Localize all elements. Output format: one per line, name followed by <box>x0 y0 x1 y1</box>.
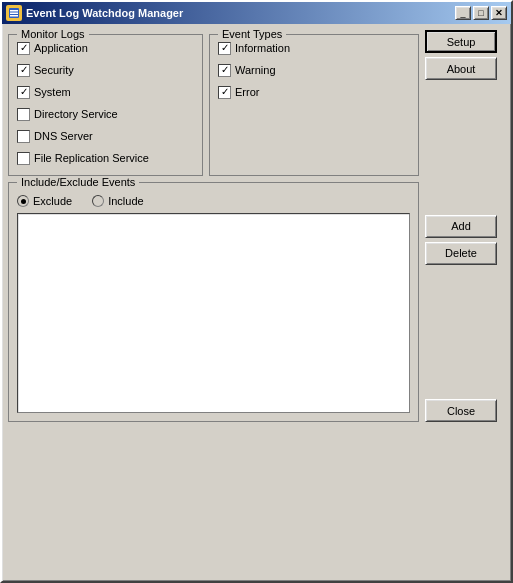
close-button[interactable]: ✕ <box>491 6 507 20</box>
application-label: Application <box>34 42 88 54</box>
monitor-logs-label: Monitor Logs <box>17 28 89 40</box>
checkbox-warning-input[interactable] <box>218 64 231 77</box>
checkbox-system-input[interactable] <box>17 86 30 99</box>
include-exclude-label: Include/Exclude Events <box>17 176 139 188</box>
checkbox-security-input[interactable] <box>17 64 30 77</box>
error-label: Error <box>235 86 259 98</box>
title-bar-buttons: _ □ ✕ <box>455 6 507 20</box>
event-types-label: Event Types <box>218 28 286 40</box>
include-label: Include <box>108 195 143 207</box>
checkbox-directory-service: Directory Service <box>17 105 194 123</box>
svg-rect-3 <box>10 15 18 17</box>
directory-service-label: Directory Service <box>34 108 118 120</box>
maximize-button[interactable]: □ <box>473 6 489 20</box>
checkbox-dns-server: DNS Server <box>17 127 194 145</box>
checkbox-dns-server-input[interactable] <box>17 130 30 143</box>
checkbox-application: Application <box>17 39 194 57</box>
checkbox-file-replication-input[interactable] <box>17 152 30 165</box>
radio-exclude: Exclude <box>17 195 72 207</box>
main-window: Event Log Watchdog Manager _ □ ✕ Monitor… <box>0 0 513 583</box>
add-button[interactable]: Add <box>425 215 497 238</box>
window-title: Event Log Watchdog Manager <box>26 7 451 19</box>
exclude-label: Exclude <box>33 195 72 207</box>
events-list-box[interactable] <box>17 213 410 413</box>
top-row: Monitor Logs Application Security System <box>8 34 419 176</box>
checkbox-warning: Warning <box>218 61 410 79</box>
delete-button[interactable]: Delete <box>425 242 497 265</box>
checkbox-information-input[interactable] <box>218 42 231 55</box>
checkbox-directory-service-input[interactable] <box>17 108 30 121</box>
setup-button[interactable]: Setup <box>425 30 497 53</box>
dns-server-label: DNS Server <box>34 130 93 142</box>
close-button-main[interactable]: Close <box>425 399 497 422</box>
include-radio-input[interactable] <box>92 195 104 207</box>
exclude-radio-input[interactable] <box>17 195 29 207</box>
checkbox-file-replication: File Replication Service <box>17 149 194 167</box>
about-button[interactable]: About <box>425 57 497 80</box>
app-icon <box>6 5 22 21</box>
checkbox-error-input[interactable] <box>218 86 231 99</box>
radio-row: Exclude Include <box>17 195 410 207</box>
minimize-button[interactable]: _ <box>455 6 471 20</box>
right-panel: Setup About Add Delete Close <box>425 30 505 422</box>
system-label: System <box>34 86 71 98</box>
checkbox-information: Information <box>218 39 410 57</box>
security-label: Security <box>34 64 74 76</box>
checkbox-security: Security <box>17 61 194 79</box>
include-exclude-group: Include/Exclude Events Exclude Include <box>8 182 419 422</box>
information-label: Information <box>235 42 290 54</box>
svg-rect-1 <box>10 10 18 12</box>
file-replication-label: File Replication Service <box>34 152 149 164</box>
main-content: Monitor Logs Application Security System <box>2 24 511 428</box>
monitor-logs-group: Monitor Logs Application Security System <box>8 34 203 176</box>
svg-rect-2 <box>10 13 18 15</box>
warning-label: Warning <box>235 64 276 76</box>
title-bar: Event Log Watchdog Manager _ □ ✕ <box>2 2 511 24</box>
checkbox-application-input[interactable] <box>17 42 30 55</box>
left-panel: Monitor Logs Application Security System <box>8 30 419 422</box>
radio-include: Include <box>92 195 143 207</box>
checkbox-system: System <box>17 83 194 101</box>
event-types-group: Event Types Information Warning Error <box>209 34 419 176</box>
checkbox-error: Error <box>218 83 410 101</box>
